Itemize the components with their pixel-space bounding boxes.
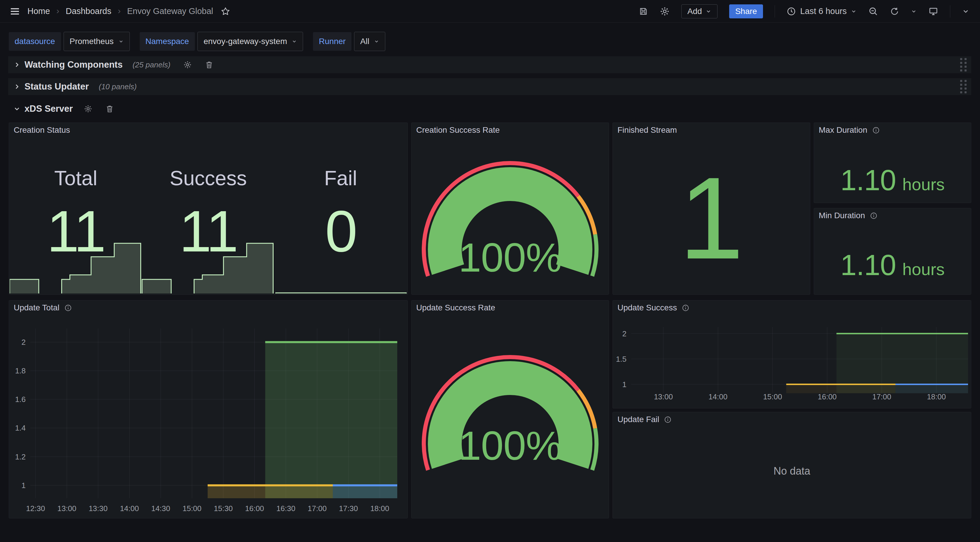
share-button[interactable]: Share bbox=[729, 4, 763, 18]
breadcrumb: Home › Dashboards › Envoy Gateway Global bbox=[27, 6, 213, 16]
time-range-label: Last 6 hours bbox=[800, 6, 847, 16]
gear-icon[interactable] bbox=[84, 104, 92, 113]
chevron-down-icon bbox=[851, 8, 857, 14]
stat-value-group: 1.10 hours bbox=[814, 248, 971, 282]
stat-value-group: 1.10 hours bbox=[814, 163, 971, 197]
chevron-down-icon bbox=[118, 39, 124, 44]
svg-text:13:00: 13:00 bbox=[654, 392, 673, 401]
kiosk-icon[interactable] bbox=[928, 6, 938, 16]
chevron-down-icon bbox=[706, 8, 711, 14]
svg-text:1: 1 bbox=[22, 481, 25, 490]
refresh-interval-caret[interactable] bbox=[911, 8, 917, 14]
stat-unit: hours bbox=[902, 259, 945, 279]
gear-icon[interactable] bbox=[183, 61, 192, 69]
row-chevron-down-icon bbox=[13, 105, 21, 112]
panel-update-fail[interactable]: Update Fail No data bbox=[612, 412, 971, 518]
variable-selected-value: All bbox=[360, 37, 369, 46]
stat-label: Fail bbox=[274, 167, 407, 190]
refresh-icon[interactable] bbox=[890, 7, 899, 16]
svg-text:15:30: 15:30 bbox=[214, 504, 233, 513]
panel-update-success-rate[interactable]: Update Success Rate 100% bbox=[411, 300, 609, 518]
nav-divider bbox=[950, 5, 950, 18]
panel-title: Update Fail bbox=[617, 415, 659, 424]
add-button[interactable]: Add bbox=[681, 4, 718, 18]
panel-title: Update Success Rate bbox=[416, 303, 495, 312]
stat-label: Total bbox=[10, 167, 142, 190]
gauge-value: 100% bbox=[412, 425, 609, 466]
drag-handle[interactable] bbox=[960, 58, 967, 72]
row-status-updater[interactable]: Status Updater (10 panels) bbox=[8, 78, 971, 95]
svg-text:12:30: 12:30 bbox=[26, 504, 45, 513]
row-panel-count: (10 panels) bbox=[99, 82, 137, 91]
breadcrumb-home[interactable]: Home bbox=[27, 6, 50, 16]
svg-text:14:00: 14:00 bbox=[120, 504, 139, 513]
info-icon[interactable] bbox=[872, 126, 880, 134]
drag-handle[interactable] bbox=[960, 80, 967, 93]
star-icon[interactable] bbox=[221, 7, 230, 16]
row-panel-count: (25 panels) bbox=[132, 61, 170, 69]
info-icon[interactable] bbox=[64, 304, 72, 312]
variable-value-namespace[interactable]: envoy-gateway-system bbox=[197, 32, 303, 51]
grafana-dashboard: Home › Dashboards › Envoy Gateway Global… bbox=[0, 0, 980, 542]
dashboard-variables: datasource Prometheus Namespace envoy-ga… bbox=[9, 32, 385, 51]
nav-divider bbox=[775, 5, 775, 18]
breadcrumb-dashboards[interactable]: Dashboards bbox=[65, 6, 111, 16]
save-icon[interactable] bbox=[639, 7, 648, 16]
breadcrumb-separator: › bbox=[56, 6, 59, 16]
info-icon[interactable] bbox=[664, 416, 672, 424]
chevron-down-icon bbox=[911, 8, 917, 14]
variable-value-datasource[interactable]: Prometheus bbox=[64, 32, 130, 51]
variable-label-runner[interactable]: Runner bbox=[313, 32, 352, 51]
panel-creation-status[interactable]: Creation Status Total 11 Success 11 Fail… bbox=[9, 123, 408, 295]
panel-creation-success-rate[interactable]: Creation Success Rate 100% bbox=[411, 123, 609, 295]
svg-text:1.4: 1.4 bbox=[15, 424, 25, 432]
svg-text:15:00: 15:00 bbox=[183, 504, 202, 513]
chevron-down-icon bbox=[292, 39, 297, 44]
svg-text:13:00: 13:00 bbox=[57, 504, 76, 513]
svg-text:17:00: 17:00 bbox=[308, 504, 327, 513]
panel-min-duration[interactable]: Min Duration 1.10 hours bbox=[814, 208, 971, 295]
info-icon[interactable] bbox=[682, 304, 689, 312]
zoom-out-icon[interactable] bbox=[868, 6, 878, 16]
variable-label-datasource[interactable]: datasource bbox=[9, 32, 61, 51]
time-range-picker[interactable]: Last 6 hours bbox=[787, 6, 857, 16]
panel-title: Creation Status bbox=[14, 126, 70, 135]
panel-max-duration[interactable]: Max Duration 1.10 hours bbox=[814, 123, 971, 203]
panel-finished-stream[interactable]: Finished Stream 1 bbox=[612, 123, 810, 295]
row-title: Watching Components bbox=[24, 59, 123, 70]
gauge-value: 100% bbox=[412, 237, 609, 278]
svg-text:14:30: 14:30 bbox=[151, 504, 170, 513]
stat-unit: hours bbox=[902, 174, 945, 194]
trash-icon[interactable] bbox=[105, 104, 114, 113]
info-icon[interactable] bbox=[870, 212, 878, 220]
svg-text:15:00: 15:00 bbox=[763, 392, 782, 401]
row-xds-server[interactable]: xDS Server bbox=[8, 102, 971, 116]
stat-label: Success bbox=[142, 167, 274, 190]
top-nav: Home › Dashboards › Envoy Gateway Global… bbox=[0, 0, 980, 23]
svg-text:16:30: 16:30 bbox=[277, 504, 296, 513]
svg-text:1: 1 bbox=[622, 380, 627, 389]
collapse-nav-caret[interactable] bbox=[962, 8, 969, 15]
svg-text:18:00: 18:00 bbox=[370, 504, 389, 513]
chevron-down-icon bbox=[962, 8, 969, 15]
panel-title: Update Success bbox=[617, 303, 677, 312]
settings-icon[interactable] bbox=[660, 6, 670, 16]
stat-sparklines bbox=[10, 241, 407, 294]
trash-icon[interactable] bbox=[205, 61, 213, 69]
row-title: xDS Server bbox=[24, 104, 73, 114]
row-watching-components[interactable]: Watching Components (25 panels) bbox=[8, 56, 971, 73]
no-data-message: No data bbox=[613, 412, 971, 518]
variable-label-namespace[interactable]: Namespace bbox=[140, 32, 195, 51]
panel-title: Min Duration bbox=[819, 211, 865, 220]
row-title: Status Updater bbox=[24, 81, 89, 92]
panel-title: Creation Success Rate bbox=[416, 126, 500, 135]
hamburger-icon[interactable] bbox=[10, 7, 20, 16]
svg-text:2: 2 bbox=[22, 338, 25, 347]
panel-update-total[interactable]: Update Total 11.21.41.61.8212:3013:0013:… bbox=[9, 300, 408, 518]
panel-update-success[interactable]: Update Success 11.5213:0014:0015:0016:00… bbox=[612, 300, 971, 408]
clock-icon bbox=[787, 7, 796, 16]
gauge bbox=[412, 300, 609, 518]
variable-value-runner[interactable]: All bbox=[354, 32, 385, 51]
panel-title: Finished Stream bbox=[617, 126, 677, 135]
row-chevron-right-icon bbox=[13, 61, 21, 68]
